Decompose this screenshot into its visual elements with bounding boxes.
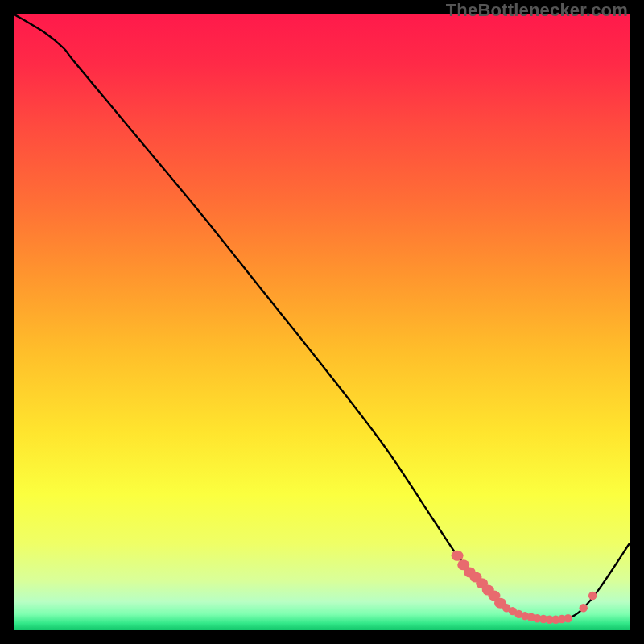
marker-dot	[588, 592, 597, 600]
marker-dot	[452, 551, 464, 561]
optimal-zone-markers	[452, 551, 597, 624]
bottleneck-curve	[14, 14, 630, 620]
plot-area	[14, 14, 630, 630]
chart-frame: TheBottlenecker.com	[0, 0, 644, 644]
watermark-text: TheBottlenecker.com	[446, 0, 628, 21]
marker-dot	[580, 604, 588, 612]
marker-dot	[564, 614, 572, 622]
chart-svg	[14, 14, 630, 630]
